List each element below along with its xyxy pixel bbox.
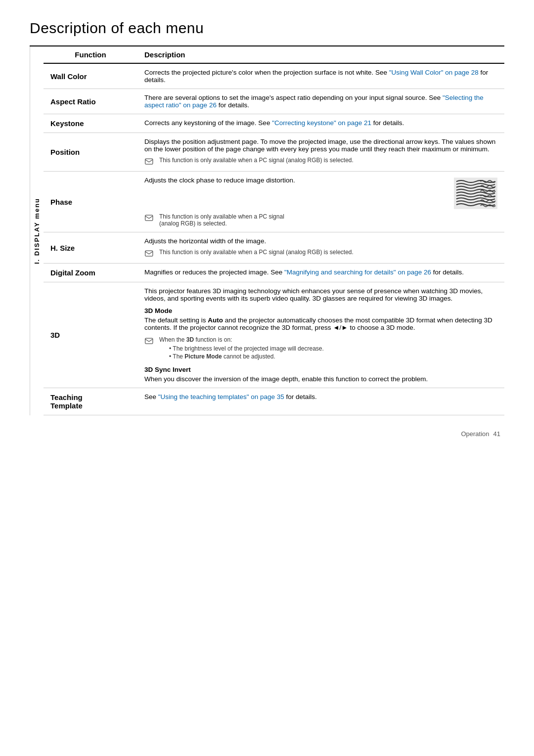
table-row: Wall Color Corrects the projected pictur… (44, 63, 504, 89)
main-content: I. DISPLAY menu Function Description Wal… (30, 45, 504, 415)
description-cell: There are several options to set the ima… (137, 89, 504, 114)
table-row: Aspect Ratio There are several options t… (44, 89, 504, 114)
digital-zoom-link[interactable]: "Magnifying and searching for details" o… (284, 268, 431, 276)
note-row: This function is only available when a P… (144, 213, 497, 227)
svg-rect-5 (145, 338, 153, 344)
footer: Operation 41 (30, 430, 504, 438)
note-icon (144, 157, 155, 166)
sidebar-label: I. DISPLAY menu (30, 46, 44, 415)
note-icon (144, 214, 155, 222)
teaching-template-link[interactable]: "Using the teaching templates" on page 3… (158, 393, 284, 400)
note-icon (144, 337, 155, 346)
description-cell: Adjusts the clock phase to reduce image … (137, 172, 504, 232)
3d-mode-title: 3D Mode (144, 307, 497, 314)
keystone-link[interactable]: "Correcting keystone" on page 21 (272, 119, 371, 127)
page-title: Description of each menu (30, 20, 504, 37)
table-row: Digital Zoom Magnifies or reduces the pr… (44, 264, 504, 282)
description-cell: See "Using the teaching templates" on pa… (137, 388, 504, 415)
function-label: Keystone (44, 114, 137, 133)
note-text: This function is only available when a P… (159, 249, 354, 256)
3d-sync-title: 3D Sync Invert (144, 366, 497, 373)
table-row: Phase (44, 172, 504, 232)
description-cell: Corrects the projected picture's color w… (137, 63, 504, 89)
description-cell: Corrects any keystoning of the image. Se… (137, 114, 504, 133)
table-row: Keystone Corrects any keystoning of the … (44, 114, 504, 133)
function-label: H. Size (44, 232, 137, 264)
content-table: Function Description Wall Color Corrects… (44, 46, 504, 415)
function-label: Phase (44, 172, 137, 232)
col-header-function: Function (44, 46, 137, 63)
description-cell: Magnifies or reduces the projected image… (137, 264, 504, 282)
function-label: Digital Zoom (44, 264, 137, 282)
note-row: When the 3D function is on: • The bright… (144, 336, 497, 360)
function-label: Aspect Ratio (44, 89, 137, 114)
note-icon (144, 249, 155, 258)
note-row: This function is only available when a P… (144, 157, 497, 166)
function-label: Wall Color (44, 63, 137, 89)
note-text: This function is only available when a P… (159, 213, 284, 227)
svg-rect-4 (145, 251, 153, 256)
3d-mode-desc: The default setting is Auto and the proj… (144, 316, 497, 331)
footer-page: 41 (493, 430, 500, 438)
function-label: 3D (44, 282, 137, 388)
description-cell: Displays the position adjustment page. T… (137, 133, 504, 172)
note-text: This function is only available when a P… (159, 157, 354, 164)
aspect-ratio-link[interactable]: "Selecting the aspect ratio" on page 26 (144, 94, 484, 109)
note-text: When the 3D function is on: • The bright… (159, 336, 324, 360)
3d-sync-desc: When you discover the inversion of the i… (144, 375, 497, 383)
col-header-description: Description (137, 46, 504, 63)
function-label: TeachingTemplate (44, 388, 137, 415)
phase-distortion-image (454, 178, 497, 209)
table-row: 3D This projector features 3D imaging te… (44, 282, 504, 388)
description-cell: Adjusts the horizontal width of the imag… (137, 232, 504, 264)
table-row: H. Size Adjusts the horizontal width of … (44, 232, 504, 264)
svg-rect-3 (145, 215, 153, 221)
note-row: This function is only available when a P… (144, 249, 497, 258)
svg-rect-1 (145, 159, 153, 164)
footer-label: Operation (461, 430, 489, 438)
description-cell: This projector features 3D imaging techn… (137, 282, 504, 388)
table-row: TeachingTemplate See "Using the teaching… (44, 388, 504, 415)
function-label: Position (44, 133, 137, 172)
wall-color-link[interactable]: "Using Wall Color" on page 28 (389, 69, 479, 76)
table-row: Position Displays the position adjustmen… (44, 133, 504, 172)
